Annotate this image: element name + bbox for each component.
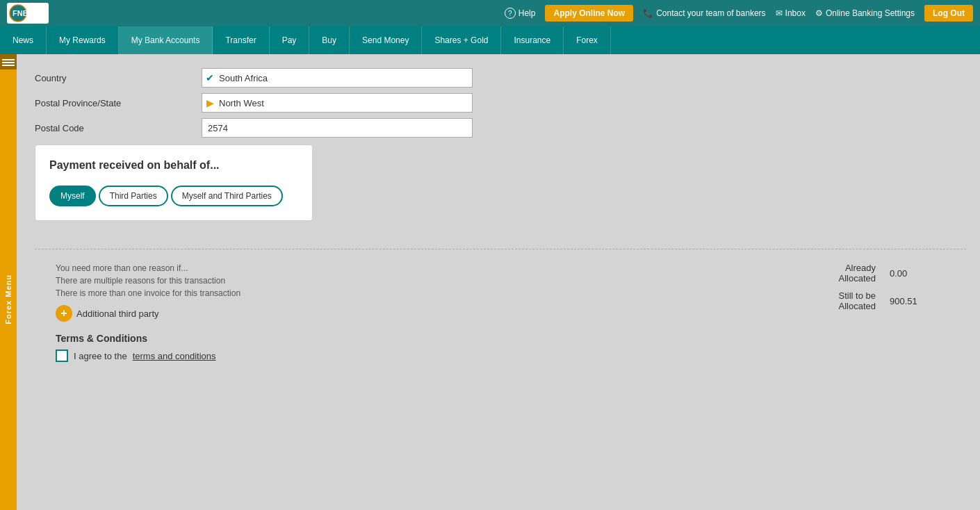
payment-toggle-group: Myself Third Parties Myself and Third Pa… [49, 186, 298, 206]
settings-link[interactable]: ⚙ Online Banking Settings [815, 8, 915, 18]
payment-popup-card: Payment received on behalf of... Myself … [35, 145, 313, 221]
forex-hamburger-icon[interactable] [0, 54, 17, 69]
country-input[interactable] [202, 68, 473, 88]
nav-buy[interactable]: Buy [309, 26, 350, 54]
hamburger-line-1 [2, 59, 15, 60]
gear-icon: ⚙ [815, 8, 823, 18]
terms-link[interactable]: terms and conditions [133, 351, 216, 361]
help-circle-icon: ? [505, 8, 516, 19]
province-label: Postal Province/State [35, 98, 202, 108]
nav-insurance[interactable]: Insurance [501, 26, 564, 54]
already-allocated-row: AlreadyAllocated 0.00 [806, 263, 938, 283]
svg-text:FNB: FNB [13, 9, 28, 17]
logout-button[interactable]: Log Out [924, 5, 973, 22]
terms-row: I agree to the terms and conditions [56, 349, 966, 362]
logo-area: FNB [7, 3, 49, 24]
help-label: Help [518, 8, 536, 18]
main-content: Country ✔ Postal Province/State ▶ Postal… [0, 54, 980, 510]
allocation-area: AlreadyAllocated 0.00 Still to beAllocat… [806, 263, 938, 318]
nav-send-money[interactable]: Send Money [350, 26, 422, 54]
still-to-be-allocated-label: Still to beAllocated [806, 290, 876, 311]
province-input[interactable] [202, 93, 473, 113]
nav-my-rewards[interactable]: My Rewards [47, 26, 119, 54]
nav-transfer[interactable]: Transfer [213, 26, 269, 54]
inbox-label: Inbox [785, 8, 806, 18]
postal-code-input-wrapper [202, 118, 473, 138]
still-to-be-allocated-value: 900.51 [890, 296, 938, 306]
province-row: Postal Province/State ▶ [35, 93, 966, 113]
section-divider [35, 249, 966, 249]
contact-label: Contact your team of bankers [656, 8, 765, 18]
country-row: Country ✔ [35, 68, 966, 88]
already-allocated-value: 0.00 [890, 268, 938, 279]
add-party-label: Additional third party [76, 309, 159, 319]
postal-code-label: Postal Code [35, 123, 202, 133]
country-input-wrapper: ✔ [202, 68, 473, 88]
third-parties-toggle[interactable]: Third Parties [99, 186, 168, 206]
top-bar-right: ? Help Apply Online Now 📞 Contact your t… [505, 5, 973, 22]
phone-icon: 📞 [643, 8, 653, 18]
myself-toggle[interactable]: Myself [49, 186, 96, 206]
myself-third-parties-toggle[interactable]: Myself and Third Parties [171, 186, 283, 206]
nav-pay[interactable]: Pay [270, 26, 310, 54]
add-party-button[interactable]: + [56, 305, 72, 322]
nav-my-bank-accounts[interactable]: My Bank Accounts [119, 26, 213, 54]
province-arrow-icon: ▶ [204, 97, 215, 108]
forex-menu-panel[interactable]: Forex Menu [0, 54, 17, 510]
inbox-link[interactable]: ✉ Inbox [776, 8, 806, 18]
popup-title: Payment received on behalf of... [49, 159, 298, 172]
forex-menu-label: Forex Menu [4, 274, 13, 324]
nav-forex[interactable]: Forex [564, 26, 611, 54]
contact-bankers-link[interactable]: 📞 Contact your team of bankers [643, 8, 765, 18]
fnb-logo: FNB [7, 3, 49, 24]
nav-bar: News My Rewards My Bank Accounts Transfe… [0, 26, 980, 54]
already-allocated-label: AlreadyAllocated [806, 263, 876, 283]
settings-label: Online Banking Settings [826, 8, 915, 18]
terms-checkbox[interactable] [56, 349, 68, 362]
postal-code-row: Postal Code [35, 118, 966, 138]
apply-online-button[interactable]: Apply Online Now [545, 5, 633, 22]
country-label: Country [35, 73, 202, 83]
province-input-wrapper: ▶ [202, 93, 473, 113]
inbox-icon: ✉ [776, 8, 783, 18]
help-link[interactable]: ? Help [505, 8, 536, 19]
postal-code-input[interactable] [202, 118, 473, 138]
hamburger-line-3 [2, 65, 15, 66]
country-check-icon: ✔ [204, 72, 215, 83]
top-bar: FNB ? Help Apply Online Now 📞 Contact yo… [0, 0, 980, 26]
nav-shares-gold[interactable]: Shares + Gold [422, 26, 501, 54]
nav-news[interactable]: News [0, 26, 47, 54]
hamburger-line-2 [2, 62, 15, 63]
terms-agree-text: I agree to the [74, 351, 127, 361]
terms-title: Terms & Conditions [56, 333, 966, 344]
terms-section: Terms & Conditions I agree to the terms … [56, 333, 966, 362]
still-to-be-allocated-row: Still to beAllocated 900.51 [806, 290, 938, 311]
